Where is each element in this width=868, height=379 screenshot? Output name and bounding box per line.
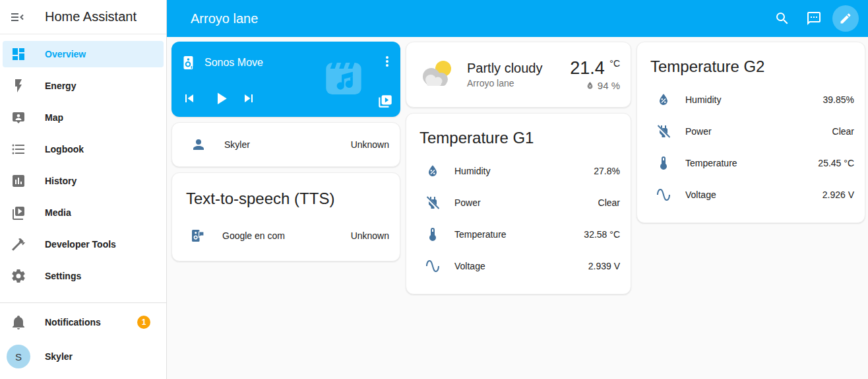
weather-readings: 21.4 °C 94 % [570, 58, 620, 91]
sidebar-menu: Overview Energy Map Logbook History [0, 34, 166, 289]
temperature-row[interactable]: Temperature 25.45 °C [649, 147, 854, 179]
column-3: Temperature G2 Humidity 39.85% Power Cle… [636, 42, 865, 379]
header-actions [766, 3, 861, 34]
entity-state: Clear [598, 197, 620, 208]
humidity-row[interactable]: Humidity 39.85% [649, 84, 854, 116]
list-bulleted-icon [11, 141, 26, 157]
sidebar-item-map[interactable]: Map [3, 104, 164, 131]
bell-icon [11, 314, 26, 330]
sine-wave-icon [656, 187, 671, 203]
weather-card[interactable]: Partly cloudy Arroyo lane 21.4 °C 94 % [406, 42, 631, 108]
more-options-icon[interactable] [379, 53, 395, 69]
power-plug-off-icon [425, 195, 441, 211]
power-row[interactable]: Power Clear [649, 116, 854, 147]
media-player-card[interactable]: Sonos Move [171, 42, 400, 117]
person-state: Unknown [351, 139, 389, 150]
entity-state: 32.58 °C [584, 229, 620, 240]
power-row[interactable]: Power Clear [418, 187, 620, 219]
browse-media-icon[interactable] [377, 92, 394, 110]
app-title: Home Assistant [45, 9, 137, 24]
play-icon[interactable] [211, 88, 231, 108]
power-plug-off-icon [656, 123, 671, 139]
edit-fab [832, 5, 859, 32]
weather-temperature: 21.4 [570, 58, 605, 78]
temperature-g1-card: Temperature G1 Humidity 27.8% Power Clea… [406, 113, 631, 294]
thermometer-icon [425, 226, 441, 242]
tts-card: Text-to-speech (TTS) Google en com Unkno… [171, 172, 400, 261]
sidebar-bottom: Notifications 1 S Skyler [0, 302, 166, 379]
temperature-g2-card: Temperature G2 Humidity 39.85% Power Cle… [636, 42, 865, 223]
gear-icon [11, 268, 26, 284]
column-1: Sonos Move [171, 42, 400, 379]
entity-name: Power [685, 126, 712, 137]
temperature-g2-title: Temperature G2 [650, 57, 854, 76]
edit-dashboard-button[interactable] [830, 3, 861, 34]
voltage-row[interactable]: Voltage 2.939 V [418, 250, 620, 282]
weather-text: Partly cloudy Arroyo lane [467, 61, 543, 88]
column-2: Partly cloudy Arroyo lane 21.4 °C 94 % T… [406, 42, 631, 379]
play-box-multiple-icon [11, 205, 26, 221]
view-dashboard-icon [11, 46, 26, 62]
chart-box-icon [11, 173, 26, 189]
sidebar-item-notifications[interactable]: Notifications 1 [3, 309, 164, 335]
thermometer-icon [656, 155, 671, 171]
sidebar-item-label: Logbook [45, 144, 84, 155]
temperature-row[interactable]: Temperature 32.58 °C [418, 219, 620, 250]
skip-previous-icon[interactable] [181, 90, 197, 106]
account-location-icon [11, 110, 26, 125]
sidebar-item-developer-tools[interactable]: Developer Tools [3, 231, 164, 258]
person-card[interactable]: Skyler Unknown [171, 122, 400, 167]
weather-condition: Partly cloudy [467, 61, 543, 76]
sidebar-item-media[interactable]: Media [3, 199, 164, 226]
sidebar-item-settings[interactable]: Settings [3, 263, 164, 289]
temperature-g1-title: Temperature G1 [419, 129, 620, 147]
sidebar-item-history[interactable]: History [3, 168, 164, 194]
search-button[interactable] [766, 3, 798, 34]
weather-temperature-unit: °C [609, 58, 620, 69]
sidebar-item-overview[interactable]: Overview [3, 41, 164, 67]
sidebar-item-label: Energy [45, 81, 76, 91]
entity-name: Temperature [454, 229, 507, 240]
sidebar-item-logbook[interactable]: Logbook [3, 136, 164, 162]
entity-name: Humidity [454, 166, 490, 176]
sidebar-user[interactable]: S Skyler [3, 341, 164, 372]
tts-engine-name: Google en com [222, 230, 285, 241]
lightning-bolt-icon [11, 78, 26, 94]
person-icon [191, 137, 206, 153]
sidebar-item-label: Overview [45, 49, 86, 59]
pencil-icon [839, 12, 852, 25]
app-header: Arroyo lane [167, 0, 868, 37]
person-name: Skyler [224, 139, 250, 150]
sine-wave-icon [425, 258, 441, 274]
search-icon [774, 11, 790, 26]
tts-state: Unknown [351, 230, 389, 241]
sidebar-item-label: Notifications [45, 317, 101, 327]
entity-state: 39.85% [823, 94, 854, 105]
sidebar-item-label: Media [45, 207, 71, 218]
assist-button[interactable] [798, 3, 830, 34]
humidity-row[interactable]: Humidity 27.8% [418, 155, 620, 187]
entity-state: 27.8% [594, 166, 620, 176]
sidebar-item-label: History [45, 176, 77, 186]
entity-state: Clear [832, 126, 854, 137]
sidebar: Home Assistant Overview Energy Map Logbo… [0, 0, 167, 379]
weather-location: Arroyo lane [467, 78, 543, 88]
partly-cloudy-icon [418, 59, 456, 90]
water-percent-icon [656, 92, 671, 108]
voltage-row[interactable]: Voltage 2.926 V [649, 179, 854, 211]
dashboard-view: Sonos Move [167, 37, 868, 379]
hammer-icon [11, 236, 26, 252]
weather-humidity: 94 % [598, 80, 620, 91]
entity-name: Temperature [685, 158, 737, 168]
chat-bubble-icon [806, 11, 822, 26]
sidebar-item-label: Developer Tools [45, 239, 116, 250]
entity-name: Humidity [685, 94, 721, 105]
tts-entity-row[interactable]: Google en com Unknown [186, 223, 389, 249]
sidebar-toggle-icon[interactable] [9, 9, 25, 25]
skip-next-icon[interactable] [241, 90, 257, 106]
entity-state: 2.939 V [588, 261, 620, 271]
user-name: Skyler [45, 351, 73, 362]
speaker-message-icon [189, 228, 205, 244]
sidebar-item-energy[interactable]: Energy [3, 73, 164, 99]
movie-music-placeholder-icon [323, 57, 365, 100]
